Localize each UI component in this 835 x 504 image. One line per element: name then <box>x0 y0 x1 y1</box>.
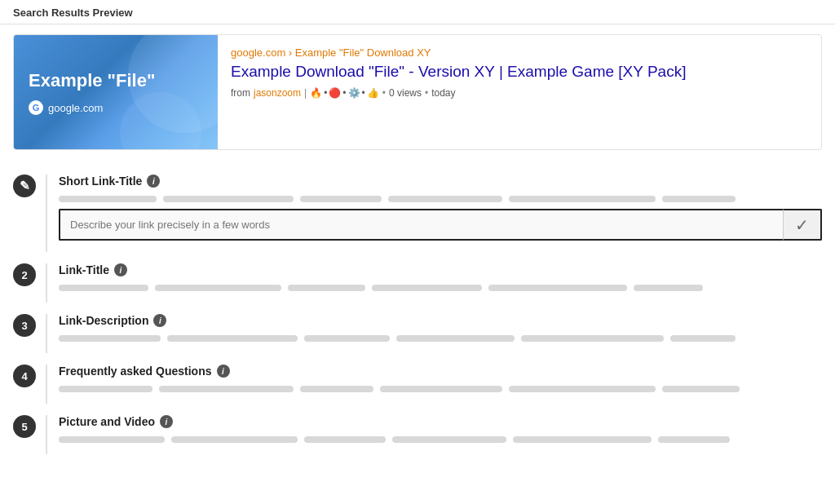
section-4-info-icon[interactable]: i <box>217 365 230 378</box>
ph-line <box>163 196 294 202</box>
input-row: ✓ <box>59 209 822 241</box>
input-confirm-button[interactable]: ✓ <box>783 209 822 241</box>
meta-dot3: • <box>425 87 428 99</box>
ph-line <box>300 386 373 392</box>
bullet-dot: • <box>324 87 327 99</box>
section-3-info-icon[interactable]: i <box>153 314 166 327</box>
preview-page-title: Example Download "File" - Version XY | E… <box>231 62 808 82</box>
ph-line <box>59 386 152 392</box>
section-2-number: 2 <box>13 263 36 286</box>
ph-line <box>59 436 165 443</box>
thumbsup-icon: 👍 <box>367 87 379 99</box>
section-2-label: Link-Title <box>59 263 109 276</box>
section-4-header: Frequently asked Questions i <box>59 365 822 378</box>
short-link-title-input[interactable] <box>59 209 783 241</box>
google-logo-icon: G <box>29 100 43 115</box>
section-1-header: Short Link-Title i <box>59 175 822 188</box>
short-link-title-input-section: ✓ <box>59 209 822 241</box>
preview-info: google.com › Example "File" Download XY … <box>218 35 821 149</box>
ph-line <box>662 386 740 392</box>
ph-line <box>300 196 382 202</box>
section-5-label: Picture and Video <box>59 415 155 428</box>
thumbnail-domain: google.com <box>48 102 103 114</box>
preview-meta: from jasonzoom | 🔥 • 🔴 • ⚙️ • 👍 • 0 view… <box>231 87 808 99</box>
section-4-placeholder-lines <box>59 386 822 392</box>
meta-author: jasonzoom <box>254 87 301 99</box>
section-edit-icon: ✎ <box>13 175 36 197</box>
meta-separator: | <box>304 87 307 99</box>
section-5-info-icon[interactable]: i <box>160 415 173 428</box>
fire-icon: 🔥 <box>310 87 322 99</box>
ph-line <box>388 196 502 202</box>
ph-line <box>396 335 515 342</box>
ph-line <box>304 436 386 443</box>
section-4-body: Frequently asked Questions i <box>46 365 822 404</box>
ph-line <box>59 196 157 202</box>
preview-breadcrumb: google.com › Example "File" Download XY <box>231 46 808 59</box>
meta-emoji-icons: 🔥 • 🔴 • ⚙️ • 👍 <box>310 87 379 99</box>
checkmark-icon: ✓ <box>795 215 809 235</box>
ph-line <box>380 386 502 392</box>
ph-line <box>59 285 148 291</box>
section-link-description: 3 Link-Description i <box>13 303 822 353</box>
meta-time: today <box>431 87 455 99</box>
ph-line <box>670 335 736 342</box>
ph-line <box>509 196 656 202</box>
meta-from-label: from <box>231 87 250 99</box>
red-dot-icon: 🔴 <box>329 87 341 99</box>
ph-line <box>372 285 482 291</box>
section-5-body: Picture and Video i <box>46 415 822 454</box>
ph-line <box>509 386 656 392</box>
section-1-info-icon[interactable]: i <box>147 175 160 188</box>
ph-line <box>488 285 627 291</box>
page-header: Search Results Preview <box>0 0 835 24</box>
thumbnail-title: Example "File" <box>29 69 155 93</box>
section-1-body: Short Link-Title i ✓ <box>46 175 822 252</box>
bullet-dot3: • <box>362 87 365 99</box>
section-3-number: 3 <box>13 314 36 337</box>
page-title: Search Results Preview <box>13 7 133 19</box>
ph-line <box>171 436 298 443</box>
ph-line <box>155 285 281 291</box>
section-3-label: Link-Description <box>59 314 148 327</box>
section-2-info-icon[interactable]: i <box>114 263 127 276</box>
section-3-body: Link-Description i <box>46 314 822 353</box>
section-5-number: 5 <box>13 415 36 438</box>
sections-container: ✎ Short Link-Title i ✓ <box>0 160 835 467</box>
preview-card: Example "File" G google.com google.com ›… <box>13 34 822 150</box>
section-3-header: Link-Description i <box>59 314 822 327</box>
meta-views: 0 views <box>389 87 422 99</box>
section-4-label: Frequently asked Questions <box>59 365 212 378</box>
ph-line <box>288 285 365 291</box>
settings-icon: ⚙️ <box>348 87 360 99</box>
preview-thumbnail: Example "File" G google.com <box>14 35 218 149</box>
section-3-placeholder-lines <box>59 335 822 342</box>
section-picture-video: 5 Picture and Video i <box>13 404 822 454</box>
section-faq: 4 Frequently asked Questions i <box>13 353 822 404</box>
section-2-placeholder-lines <box>59 285 822 291</box>
section-1-placeholder-lines <box>59 196 822 202</box>
section-5-placeholder-lines <box>59 436 822 443</box>
ph-line <box>662 196 736 202</box>
ph-line <box>159 386 294 392</box>
ph-line <box>304 335 390 342</box>
section-2-body: Link-Title i <box>46 263 822 303</box>
thumbnail-brand: G google.com <box>29 100 103 115</box>
section-short-link-title: ✎ Short Link-Title i ✓ <box>13 163 822 252</box>
ph-line <box>59 335 161 342</box>
section-5-header: Picture and Video i <box>59 415 822 428</box>
ph-line <box>521 335 664 342</box>
section-4-number: 4 <box>13 365 36 387</box>
section-link-title: 2 Link-Title i <box>13 252 822 303</box>
meta-dot2: • <box>382 87 386 99</box>
ph-line <box>658 436 730 443</box>
section-1-label: Short Link-Title <box>59 175 142 188</box>
ph-line <box>392 436 506 443</box>
ph-line <box>634 285 703 291</box>
section-2-header: Link-Title i <box>59 263 822 276</box>
bullet-dot2: • <box>342 87 346 99</box>
ph-line <box>513 436 652 443</box>
ph-line <box>167 335 298 342</box>
